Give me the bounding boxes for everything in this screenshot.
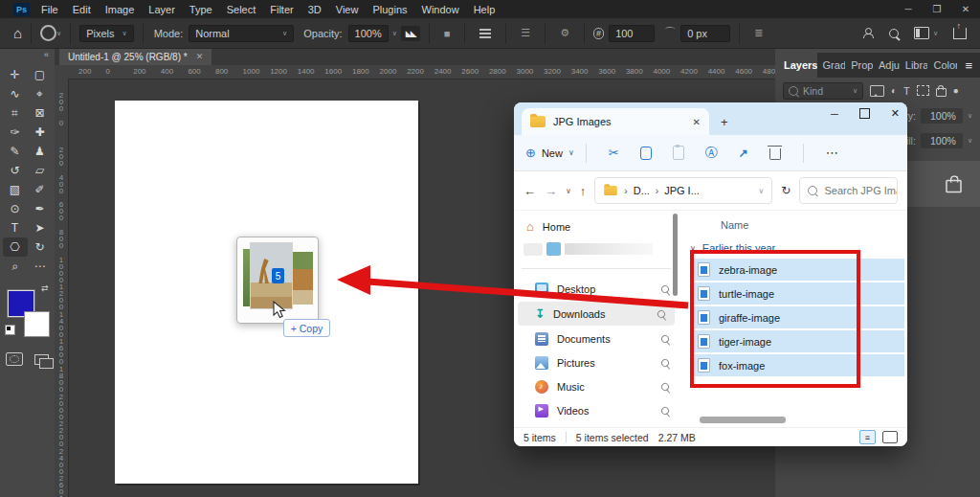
chevron-down-icon[interactable]: ∨ <box>968 112 972 120</box>
search-icon[interactable] <box>889 29 899 38</box>
path-selection-tool[interactable]: ➤ <box>28 218 53 237</box>
menu-item[interactable]: File <box>41 4 58 15</box>
filter-toggle-icon[interactable]: ● <box>953 85 959 96</box>
rectangular-marquee-tool[interactable]: ▢ <box>28 65 53 84</box>
eyedropper-tool[interactable]: ✑ <box>3 123 28 142</box>
maximize-button[interactable] <box>859 108 870 119</box>
spot-healing-brush-tool[interactable]: ✚ <box>28 123 53 142</box>
move-tool[interactable]: ✛ <box>3 65 28 84</box>
horizontal-scrollbar[interactable] <box>700 417 786 423</box>
smudge-tool[interactable]: ✐ <box>28 180 53 199</box>
sides-field[interactable]: 100 <box>609 25 655 42</box>
menu-item[interactable]: Type <box>189 4 212 15</box>
cut-icon[interactable]: ✂ <box>609 146 619 160</box>
back-icon[interactable]: ← <box>523 184 536 198</box>
minimize-button[interactable]: ─ <box>831 108 838 120</box>
chevron-down-icon[interactable]: ∨ <box>759 187 765 195</box>
menu-item[interactable]: Image <box>105 4 135 15</box>
quick-mask-icon[interactable] <box>6 352 23 366</box>
sidebar-item-redacted[interactable] <box>514 238 679 260</box>
filter-kind-dropdown[interactable]: Kind ∨ <box>783 82 863 100</box>
copy-icon[interactable] <box>640 147 652 160</box>
default-colors-icon[interactable] <box>5 325 15 335</box>
stack-arrange-icon[interactable]: ☰ <box>521 27 530 39</box>
home-icon[interactable]: ⌂ <box>13 25 22 41</box>
shape-tool[interactable]: ⎔ <box>3 237 28 257</box>
menu-item[interactable]: Window <box>422 4 459 15</box>
breadcrumb-item[interactable]: D... <box>634 185 650 196</box>
share-account-icon[interactable] <box>862 28 874 38</box>
path-options-icon[interactable]: ≣ <box>754 27 763 39</box>
sidebar-item-music[interactable]: Music <box>514 374 679 398</box>
recent-locations-icon[interactable]: ∨ <box>566 187 571 195</box>
pen-tool[interactable]: ✒ <box>28 199 53 218</box>
menu-item[interactable]: View <box>336 4 359 15</box>
refresh-icon[interactable]: ↻ <box>781 184 791 197</box>
minimize-button[interactable]: ─ <box>894 4 923 14</box>
menu-item[interactable]: Edit <box>73 4 91 15</box>
swap-colors-icon[interactable]: ⇄ <box>41 283 49 293</box>
workspace-icon[interactable] <box>914 27 929 39</box>
more-options-icon[interactable]: ⋯ <box>826 146 839 160</box>
paste-icon[interactable] <box>673 146 684 160</box>
close-button[interactable]: ✕ <box>951 4 980 14</box>
fill-square-icon[interactable]: ■ <box>444 28 451 39</box>
sidebar-item-desktop[interactable]: Desktop <box>514 277 679 301</box>
tab-libraries[interactable]: Libra <box>900 53 928 78</box>
tab-color[interactable]: Color <box>927 53 957 78</box>
document-tab[interactable]: Untitled-1 @ 25% (RGB/8) * ✕ <box>59 48 212 65</box>
object-selection-tool[interactable]: ⌖ <box>28 84 53 103</box>
chevron-down-icon[interactable]: ∨ <box>392 30 397 37</box>
filter-pixel-layers-icon[interactable] <box>870 85 884 97</box>
background-color-swatch[interactable] <box>24 311 50 337</box>
share-icon[interactable]: ↗ <box>739 147 748 160</box>
screen-mode-icon[interactable] <box>34 354 49 365</box>
histogram-icon[interactable]: ◣◣ <box>401 26 420 41</box>
eraser-tool[interactable]: ▱ <box>28 161 53 180</box>
chevron-down-icon[interactable]: ∨ <box>968 137 972 145</box>
units-dropdown[interactable]: Pixels ∨ <box>79 25 133 42</box>
filter-adjustment-layers-icon[interactable]: ◐ <box>891 85 897 96</box>
brush-tool[interactable]: ✎ <box>3 142 28 161</box>
sidebar-item-downloads[interactable]: ↧ Downloads <box>518 302 675 326</box>
align-icon[interactable] <box>479 29 491 38</box>
rotate-view-tool[interactable]: ↻ <box>28 237 53 257</box>
menu-item[interactable]: Help <box>474 4 496 15</box>
panel-menu-icon[interactable]: ≡ <box>957 53 980 78</box>
sidebar-item-documents[interactable]: Documents <box>514 327 679 350</box>
collapse-panel-icon[interactable]: « <box>44 50 49 59</box>
breadcrumb-item[interactable]: JPG I... <box>664 185 700 196</box>
rename-icon[interactable]: Ⓐ <box>705 145 718 162</box>
mode-dropdown[interactable]: Normal ∨ <box>189 25 294 42</box>
sidebar-item-pictures[interactable]: Pictures <box>514 350 679 374</box>
clone-stamp-tool[interactable]: ♟ <box>28 142 53 161</box>
tool-preset-icon[interactable] <box>40 25 56 41</box>
lasso-tool[interactable]: ∿ <box>3 84 28 103</box>
preview-pane-icon[interactable] <box>882 431 898 443</box>
close-button[interactable]: ✕ <box>891 107 900 120</box>
tab-adjustments[interactable]: Adju <box>873 53 900 78</box>
fill-value[interactable]: 100% <box>921 133 963 148</box>
menu-item[interactable]: Filter <box>270 4 293 15</box>
zoom-tool[interactable]: ⌕ <box>3 257 28 276</box>
chevron-down-icon[interactable]: ∨ <box>933 30 938 37</box>
search-input[interactable]: Search JPG Images <box>799 177 898 204</box>
new-tab-button[interactable]: + <box>721 115 728 129</box>
filter-smart-objects-icon[interactable] <box>936 88 947 97</box>
menu-item[interactable]: Plugins <box>372 4 407 15</box>
restore-button[interactable]: ❐ <box>923 4 951 14</box>
up-icon[interactable]: ↑ <box>580 184 587 198</box>
delete-icon[interactable] <box>769 148 781 160</box>
sidebar-item-home[interactable]: ⌂ Home <box>514 215 679 238</box>
tab-gradients[interactable]: Grad <box>817 53 846 78</box>
column-header-name[interactable]: Name <box>679 215 907 236</box>
forward-icon[interactable]: → <box>545 184 557 198</box>
opacity-value[interactable]: 100% <box>921 108 963 124</box>
radius-field[interactable]: 0 px <box>680 25 730 42</box>
menu-item[interactable]: Select <box>227 4 256 15</box>
frame-tool[interactable]: ⊠ <box>28 103 53 123</box>
opacity-dropdown[interactable]: 100% <box>348 25 389 42</box>
breadcrumb[interactable]: › D... › JPG I... ∨ <box>594 177 772 204</box>
history-brush-tool[interactable]: ↺ <box>3 161 28 180</box>
filter-type-layers-icon[interactable]: T <box>903 85 910 97</box>
